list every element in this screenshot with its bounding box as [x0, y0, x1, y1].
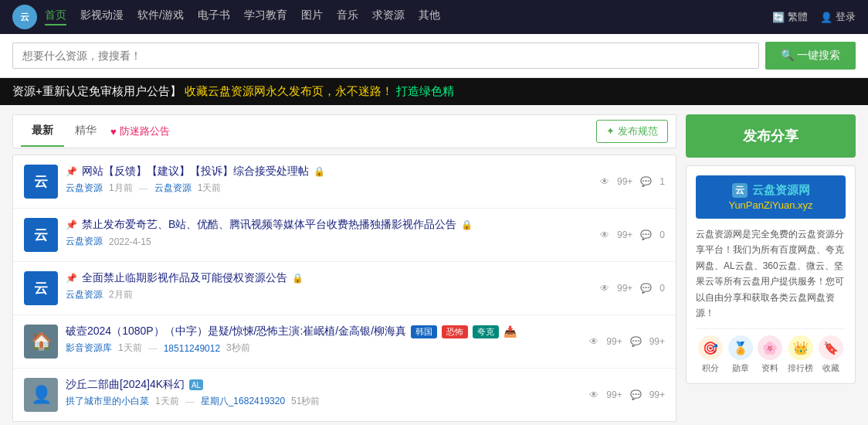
- banner-text-yellow: 收藏云盘资源网永久发布页，永不迷路！: [185, 84, 393, 97]
- comment-icon: 💬: [640, 176, 652, 187]
- post-stats: 👁 99+ 💬 1: [600, 176, 665, 187]
- sidebar-icon-badge[interactable]: 🏅 勋章: [728, 335, 753, 374]
- nav-images[interactable]: 图片: [301, 8, 323, 26]
- badge-country: 韩国: [411, 325, 437, 338]
- nav-request[interactable]: 求资源: [372, 8, 405, 26]
- post-stats: 👁 99+ 💬 99+: [589, 336, 665, 347]
- avatar: 🏠: [24, 325, 58, 359]
- post-list: 云 📌 网站【反馈】【建议】【投诉】综合接受处理帖 🔒 云盘资源 1月前 — 云…: [12, 155, 676, 422]
- nav-software[interactable]: 软件/游戏: [137, 8, 184, 26]
- post-author2[interactable]: 18511249012: [164, 343, 220, 354]
- table-row: 🏠 破壼2024（1080P）（中字）是疑/惊悚/恐怖主演:崔岷植/金高银/柳海…: [13, 315, 676, 369]
- lock-icon: 🔒: [461, 219, 473, 230]
- post-author[interactable]: 云盘资源: [66, 235, 103, 248]
- post-author[interactable]: 云盘资源: [66, 182, 103, 195]
- sidebar-card: 云 云盘资源网 YunPanZiYuan.xyz 云盘资源网是完全免费的云盘资源…: [686, 165, 856, 384]
- site-logo: 云: [12, 5, 37, 29]
- sidebar-icon-ranking[interactable]: 👑 排行榜: [788, 335, 813, 374]
- sidebar-logo-box: 云 云盘资源网 YunPanZiYuan.xyz: [696, 175, 846, 219]
- main-left: 最新 精华 ♥ 防迷路公告 ✦ 发布规范 云 📌 网站【反馈】【建议】【投诉】综…: [12, 114, 676, 422]
- pin-flag-icon: 📌: [66, 219, 77, 230]
- download-icon: 📥: [504, 325, 517, 338]
- user-icon: 👤: [820, 12, 832, 23]
- post-title[interactable]: 📌 网站【反馈】【建议】【投诉】综合接受处理帖 🔒: [66, 165, 592, 178]
- heart-icon: ♥: [110, 126, 117, 138]
- post-author2[interactable]: 云盘资源: [154, 182, 192, 195]
- table-row: 云 📌 网站【反馈】【建议】【投诉】综合接受处理帖 🔒 云盘资源 1月前 — 云…: [13, 155, 676, 209]
- nav-other[interactable]: 其他: [419, 8, 440, 26]
- post-title[interactable]: 破壼2024（1080P）（中字）是疑/惊悚/恐怖主演:崔岷植/金高银/柳海真 …: [66, 325, 581, 338]
- favorites-icon: 🔖: [819, 335, 843, 360]
- tab-latest[interactable]: 最新: [21, 116, 64, 147]
- nav-ebooks[interactable]: 电子书: [198, 8, 230, 26]
- main-right: 发布分享 云 云盘资源网 YunPanZiYuan.xyz 云盘资源网是完全免费…: [686, 114, 856, 422]
- main-layout: 最新 精华 ♥ 防迷路公告 ✦ 发布规范 云 📌 网站【反馈】【建议】【投诉】综…: [0, 105, 868, 425]
- nav-movies[interactable]: 影视动漫: [80, 8, 124, 26]
- post-title[interactable]: 📌 全面禁止临期影视作品及可能侵权资源公告 🔒: [66, 271, 592, 285]
- sidebar-logo-title: 云 云盘资源网: [705, 183, 836, 198]
- search-input[interactable]: [12, 42, 759, 69]
- post-meta: 云盘资源 2月前: [66, 288, 592, 301]
- sidebar-logo-url: YunPanZiYuan.xyz: [705, 199, 836, 211]
- post-title[interactable]: 📌 禁止发布爱奇艺、B站、优酷、腾讯视频等媒体平台收费热播独播影视作品公告 🔒: [66, 218, 592, 232]
- post-title[interactable]: 沙丘二部曲[2024]4K科幻 AL: [66, 378, 581, 392]
- badge-icon: 🏅: [728, 335, 753, 360]
- sidebar-icon-profile[interactable]: 🌸 资料: [758, 335, 782, 374]
- announce-banner: 资源+重新认定免审核用户公告】 收藏云盘资源网永久发布页，永不迷路！ 打造绿色精: [0, 78, 868, 105]
- search-button[interactable]: 🔍 一键搜索: [765, 42, 856, 70]
- publish-button[interactable]: 发布分享: [686, 114, 856, 158]
- banner-text-green: 打造绿色精: [396, 84, 454, 97]
- comment-icon: 💬: [640, 230, 652, 240]
- view-icon: 👁: [589, 336, 598, 347]
- points-icon: 🎯: [698, 335, 723, 360]
- avatar: 👤: [24, 378, 58, 412]
- sidebar-description: 云盘资源网是完全免费的云盘资源分享平台！我们为所有百度网盘、夸克网盘、AL云盘、…: [696, 226, 846, 321]
- refresh-icon: 🔄: [772, 12, 785, 23]
- post-meta: 云盘资源 1月前 — 云盘资源 1天前: [66, 182, 592, 195]
- view-icon: 👁: [600, 283, 609, 294]
- nav-education[interactable]: 学习教育: [244, 8, 287, 26]
- tab-featured[interactable]: 精华: [64, 116, 107, 147]
- lock-icon: 🔒: [314, 166, 325, 177]
- login-link[interactable]: 👤 登录: [820, 10, 856, 24]
- avatar: 云: [24, 218, 58, 252]
- avatar: 云: [24, 271, 58, 305]
- table-row: 云 📌 全面禁止临期影视作品及可能侵权资源公告 🔒 云盘资源 2月前 👁: [13, 262, 676, 315]
- post-author2[interactable]: 星期八_1682419320: [201, 395, 285, 408]
- publish-rules-button[interactable]: ✦ 发布规范: [596, 120, 668, 143]
- post-author[interactable]: 影音资源库: [66, 342, 112, 355]
- post-meta: 云盘资源 2022-4-15: [66, 235, 592, 248]
- nav-home[interactable]: 首页: [45, 8, 66, 26]
- pin-flag-icon: 📌: [66, 273, 77, 284]
- post-author[interactable]: 云盘资源: [66, 288, 103, 301]
- comment-icon: 💬: [630, 336, 642, 347]
- sidebar-icons: 🎯 积分 🏅 勋章 🌸 资料 👑 排行榜 🔖 收藏: [696, 328, 846, 374]
- cloud-logo-icon: 云: [732, 183, 748, 198]
- badge-cloud: 夸克: [473, 325, 499, 338]
- tabs-bar: 最新 精华 ♥ 防迷路公告 ✦ 发布规范: [12, 114, 676, 148]
- nav-music[interactable]: 音乐: [337, 8, 358, 26]
- tab-notice[interactable]: ♥ 防迷路公告: [110, 124, 170, 138]
- post-stats: 👁 99+ 💬 99+: [589, 389, 665, 400]
- post-author[interactable]: 拱了城市里的小白菜: [66, 395, 149, 408]
- top-navigation: 云 首页 影视动漫 软件/游戏 电子书 学习教育 图片 音乐 求资源 其他 🔄 …: [0, 0, 868, 34]
- nav-links: 首页 影视动漫 软件/游戏 电子书 学习教育 图片 音乐 求资源 其他: [45, 8, 772, 26]
- badge-genre: 恐怖: [442, 325, 468, 338]
- traditional-chinese-link[interactable]: 🔄 繁體: [772, 10, 808, 24]
- post-meta: 影音资源库 1天前 — 18511249012 3秒前: [66, 342, 581, 355]
- sidebar-icon-favorites[interactable]: 🔖 收藏: [819, 335, 843, 374]
- comment-icon: 💬: [640, 283, 652, 294]
- banner-text-white: 资源+重新认定免审核用户公告】: [12, 84, 181, 97]
- ranking-icon: 👑: [788, 335, 813, 360]
- table-row: 👤 沙丘二部曲[2024]4K科幻 AL 拱了城市里的小白菜 1天前 — 星期八…: [13, 369, 676, 421]
- lock-icon: 🔒: [292, 273, 303, 284]
- nav-right: 🔄 繁體 👤 登录: [772, 10, 856, 24]
- pin-flag-icon: 📌: [66, 166, 77, 177]
- comment-icon: 💬: [630, 389, 642, 400]
- post-meta: 拱了城市里的小白菜 1天前 — 星期八_1682419320 51秒前: [66, 395, 581, 408]
- sidebar-icon-points[interactable]: 🎯 积分: [698, 335, 723, 374]
- profile-icon: 🌸: [758, 335, 782, 360]
- view-icon: 👁: [600, 176, 609, 187]
- post-stats: 👁 99+ 💬 0: [600, 230, 665, 240]
- search-bar: 🔍 一键搜索: [0, 34, 868, 78]
